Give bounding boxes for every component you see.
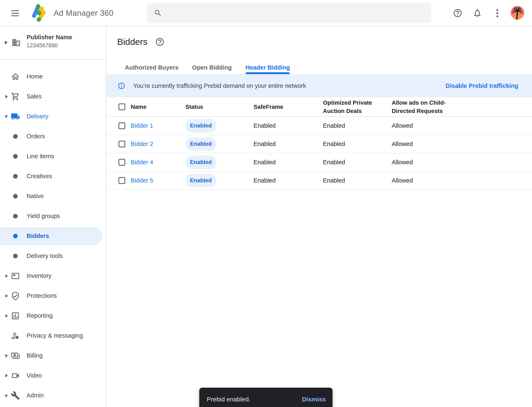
- notifications-bell-icon[interactable]: [473, 8, 482, 18]
- sidebar-item-label: Home: [27, 73, 43, 80]
- sidebar-item-billing[interactable]: Billing: [0, 346, 106, 366]
- avatar-palm-image: [511, 6, 524, 20]
- search-icon: [154, 9, 162, 17]
- bidder-name-link[interactable]: Bidder 5: [131, 177, 153, 184]
- sidebar-item-native[interactable]: Native: [0, 186, 106, 206]
- row-checkbox[interactable]: [119, 177, 125, 184]
- child-directed-value: Allowed: [392, 121, 458, 130]
- status-badge: Enabled: [185, 156, 216, 169]
- sidebar-item-inventory[interactable]: Inventory: [0, 266, 106, 286]
- row-checkbox[interactable]: [119, 159, 125, 166]
- chevron-right-icon: [5, 294, 8, 297]
- sidebar-item-label: Protections: [27, 292, 57, 299]
- sidebar-item-line-items[interactable]: Line items: [0, 146, 106, 166]
- sidebar-item-label: Yield groups: [27, 213, 60, 219]
- building-icon: [12, 38, 21, 47]
- sidebar-item-privacy[interactable]: Privacy & messaging: [0, 326, 106, 346]
- tab-header-bidding[interactable]: Header Bidding: [245, 61, 290, 74]
- shield-icon: [11, 291, 20, 300]
- sidebar-item-label: Bidders: [27, 233, 49, 239]
- bidder-name-link[interactable]: Bidder 1: [131, 122, 153, 129]
- sidebar-item-home[interactable]: Home: [0, 67, 106, 86]
- prebid-info-banner: You’re currently trafficking Prebid dema…: [107, 74, 532, 97]
- bidders-table: Name Status SafeFrame Optimized Private …: [107, 97, 532, 190]
- sidebar-item-label: Reporting: [27, 312, 53, 319]
- page-title: Bidders: [117, 37, 147, 47]
- web-icon: [11, 271, 20, 281]
- bidder-name-link[interactable]: Bidder 4: [131, 159, 153, 165]
- sidebar-item-video[interactable]: Video: [0, 366, 106, 386]
- tab-open-bidding[interactable]: Open Bidding: [192, 61, 232, 74]
- status-badge: Enabled: [185, 119, 216, 133]
- table-row: Bidder 2EnabledEnabledEnabledAllowed: [107, 135, 532, 153]
- chevron-right-icon: [5, 274, 8, 278]
- toast-dismiss-button[interactable]: Dismiss: [302, 396, 326, 403]
- sidebar-item-bidders[interactable]: Bidders: [0, 226, 106, 246]
- opad-value: Enabled: [323, 140, 392, 148]
- chevron-right-icon: [5, 354, 8, 357]
- banner-message: You’re currently trafficking Prebid dema…: [133, 82, 306, 89]
- select-all-checkbox[interactable]: [119, 103, 125, 110]
- bullet-icon: [13, 194, 18, 198]
- chevron-right-icon: [5, 95, 8, 98]
- chevron-right-icon: [5, 394, 8, 397]
- sidebar-item-delivery-tools[interactable]: Delivery tools: [0, 246, 106, 266]
- sidebar-item-delivery[interactable]: Delivery: [0, 107, 106, 126]
- sidebar-item-label: Admin: [27, 392, 44, 399]
- opad-value: Enabled: [323, 158, 392, 166]
- home-icon: [11, 72, 20, 81]
- sidebar-item-yield-groups[interactable]: Yield groups: [0, 206, 106, 226]
- privacy-icon: [11, 331, 20, 340]
- table-header-row: Name Status SafeFrame Optimized Private …: [107, 97, 532, 117]
- status-badge: Enabled: [185, 137, 216, 151]
- toast-message: Prebid enabled.: [207, 396, 250, 403]
- sidebar-item-label: Sales: [27, 93, 42, 100]
- bidder-name-link[interactable]: Bidder 2: [131, 141, 153, 147]
- sidebar-item-protections[interactable]: Protections: [0, 286, 106, 306]
- safeframe-value: Enabled: [254, 141, 323, 148]
- sidebar-item-creatives[interactable]: Creatives: [0, 166, 106, 186]
- sidebar-item-label: Native: [27, 193, 44, 200]
- bullet-icon: [13, 154, 18, 159]
- help-icon[interactable]: [453, 8, 462, 18]
- bullet-icon: [13, 214, 18, 219]
- chart-icon: [11, 311, 20, 321]
- publisher-selector[interactable]: Publisher Name 1234567890: [0, 26, 106, 60]
- sidebar-item-admin[interactable]: Admin: [0, 386, 106, 406]
- chevron-right-icon: [5, 314, 8, 318]
- bullet-icon: [13, 234, 18, 238]
- user-avatar[interactable]: [511, 6, 524, 20]
- publisher-name: Publisher Name: [27, 34, 72, 41]
- app-header: Ad Manager 360: [0, 0, 532, 26]
- search-input[interactable]: [167, 9, 431, 17]
- chevron-right-icon: [5, 374, 8, 377]
- safeframe-value: Enabled: [254, 159, 323, 166]
- opad-value: Enabled: [323, 121, 392, 130]
- column-header-child-directed: Allow ads on Child-Directed Requests: [392, 99, 458, 115]
- sidebar-item-label: Billing: [27, 352, 43, 359]
- app-title: Ad Manager 360: [54, 0, 113, 26]
- sidebar-item-reporting[interactable]: Reporting: [0, 306, 106, 326]
- child-directed-value: Allowed: [392, 176, 458, 185]
- snackbar-toast: Prebid enabled. Dismiss: [199, 388, 332, 407]
- page-help-icon[interactable]: [155, 37, 165, 47]
- sidebar-item-label: Inventory: [27, 273, 51, 279]
- tab-authorized-buyers[interactable]: Authorized Buyers: [125, 61, 178, 74]
- safeframe-value: Enabled: [254, 122, 323, 129]
- search-bar[interactable]: [147, 3, 431, 23]
- main-content: Bidders Authorized BuyersOpen BiddingHea…: [107, 26, 532, 407]
- row-checkbox[interactable]: [119, 141, 125, 148]
- sidebar-nav: HomeSalesDeliveryOrdersLine itemsCreativ…: [0, 60, 106, 406]
- more-options-icon[interactable]: [495, 8, 499, 18]
- sidebar-item-label: Delivery: [27, 113, 48, 120]
- table-row: Bidder 1EnabledEnabledEnabledAllowed: [107, 117, 532, 135]
- sidebar-item-sales[interactable]: Sales: [0, 86, 106, 107]
- disable-prebid-trafficking-link[interactable]: Disable Prebid trafficking: [445, 82, 518, 89]
- chevron-down-icon: [5, 116, 8, 118]
- menu-hamburger-icon[interactable]: [11, 10, 19, 16]
- sidebar-item-label: Delivery tools: [27, 252, 63, 259]
- sidebar-item-orders[interactable]: Orders: [0, 126, 106, 146]
- row-checkbox[interactable]: [119, 122, 125, 129]
- opad-value: Enabled: [323, 176, 392, 185]
- chevron-right-icon: [5, 41, 8, 44]
